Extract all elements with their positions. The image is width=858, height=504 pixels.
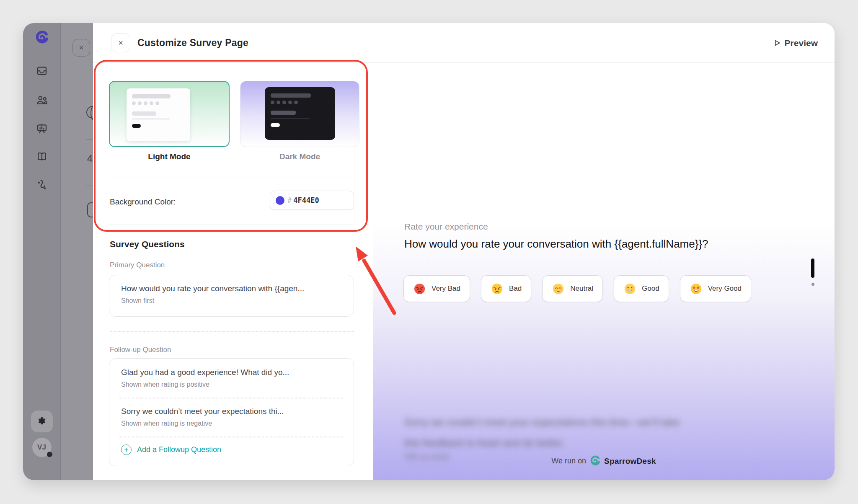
dark-mode-card[interactable] xyxy=(240,81,359,147)
preview-label: Preview xyxy=(785,38,818,48)
add-followup-label: Add a Followup Question xyxy=(137,445,221,454)
knowledge-base-icon[interactable] xyxy=(35,150,49,164)
scroll-indicator[interactable] xyxy=(811,258,814,278)
peek-divider xyxy=(86,140,93,140)
dimmed-page-strip: × 4 xyxy=(61,23,93,480)
reports-icon[interactable] xyxy=(35,121,49,136)
rating-label: Very Bad xyxy=(432,284,460,293)
peek-shape xyxy=(87,202,93,217)
divider xyxy=(109,225,354,225)
modal-header: × Customize Survey Page Preview xyxy=(93,23,835,63)
add-followup-button[interactable]: + Add a Followup Question xyxy=(121,445,221,455)
followup-text: Glad you had a good experience! What did… xyxy=(121,368,345,377)
app-window: VJ × 4 × Customize Survey Page xyxy=(23,23,835,480)
primary-question-text: How would you rate your conversation wit… xyxy=(121,284,345,293)
angry-face-emoji xyxy=(491,282,504,295)
peek-number: 4 xyxy=(87,153,93,165)
customize-survey-modal: × Customize Survey Page Preview xyxy=(93,23,835,480)
rating-label: Neutral xyxy=(570,284,593,293)
rating-very-bad-button[interactable]: Very Bad xyxy=(403,275,470,302)
hex-value: 4F44E0 xyxy=(293,196,319,204)
light-mode-thumbnail xyxy=(127,88,190,141)
plus-icon: + xyxy=(121,445,132,455)
preview-question: How would you rate your conversation wit… xyxy=(404,238,708,251)
dimmed-close-icon: × xyxy=(79,43,83,52)
avatar-initials: VJ xyxy=(37,443,46,452)
followup-question-label: Follow-up Question xyxy=(110,346,171,354)
followup-note: Shown when rating is negative xyxy=(121,420,212,427)
background-color-input[interactable]: # 4F44E0 xyxy=(270,191,354,210)
modal-title: Customize Survey Page xyxy=(137,37,248,49)
peek-divider xyxy=(86,186,93,186)
dashed-divider xyxy=(119,398,344,398)
rating-label: Very Good xyxy=(708,284,742,293)
status-dot xyxy=(47,452,52,457)
gear-icon xyxy=(36,416,48,427)
survey-preview-pane: Rate your experience How would you rate … xyxy=(373,63,835,480)
blurred-followup-text: Sorry we couldn’t meet your expectations… xyxy=(404,412,698,453)
rating-label: Good xyxy=(642,284,659,293)
star-struck-face-emoji xyxy=(690,282,703,295)
rating-buttons-row: Very Bad Bad xyxy=(403,275,751,302)
primary-question-label: Primary Question xyxy=(110,261,165,269)
peek-globe-icon xyxy=(86,106,93,119)
divider xyxy=(109,178,354,178)
rating-label: Bad xyxy=(509,284,522,293)
settings-column: Light Mode Dark Mode Background Color: #… xyxy=(93,63,373,480)
color-swatch[interactable] xyxy=(276,196,284,205)
footer-prefix: We run on xyxy=(551,457,586,465)
preview-button[interactable]: Preview xyxy=(774,23,818,63)
rating-bad-button[interactable]: Bad xyxy=(481,275,531,302)
preview-eyebrow: Rate your experience xyxy=(404,222,488,232)
signature-icon[interactable] xyxy=(35,177,49,191)
screenshot-stage: VJ × 4 × Customize Survey Page xyxy=(0,0,858,504)
enraged-face-emoji xyxy=(413,282,426,295)
footer-brand: SparrowDesk xyxy=(604,457,656,466)
user-avatar[interactable]: VJ xyxy=(32,438,52,457)
primary-question-note: Shown first xyxy=(121,297,154,305)
sidebar: VJ xyxy=(23,23,61,480)
followup-question-card: Glad you had a good experience! What did… xyxy=(109,358,354,466)
rating-neutral-button[interactable]: Neutral xyxy=(542,275,603,302)
hex-hash: # xyxy=(287,196,292,204)
sparrowdesk-logo-icon xyxy=(35,31,49,45)
dark-mode-label: Dark Mode xyxy=(240,152,359,161)
followup-note: Shown when rating is positive xyxy=(121,381,209,388)
branding-footer: We run on SparrowDesk xyxy=(373,455,835,467)
dashed-divider xyxy=(110,331,354,332)
inbox-icon[interactable] xyxy=(35,64,49,78)
modal-close-button[interactable]: × xyxy=(111,33,130,52)
dashed-divider xyxy=(119,437,344,437)
light-mode-card[interactable] xyxy=(109,81,230,147)
background-color-label: Background Color: xyxy=(110,197,176,207)
rating-good-button[interactable]: Good xyxy=(614,275,669,302)
settings-gear-button[interactable] xyxy=(31,411,53,432)
primary-question-card[interactable]: How would you rate your conversation wit… xyxy=(109,275,354,317)
dark-mode-thumbnail xyxy=(265,87,335,140)
close-icon: × xyxy=(118,38,123,48)
dimmed-close-button[interactable]: × xyxy=(72,39,90,57)
grinning-face-emoji xyxy=(623,282,636,295)
rating-very-good-button[interactable]: Very Good xyxy=(680,275,751,302)
contacts-icon[interactable] xyxy=(35,93,49,107)
light-mode-label: Light Mode xyxy=(109,152,230,161)
scroll-dot xyxy=(811,283,814,286)
survey-questions-heading: Survey Questions xyxy=(110,239,185,249)
followup-text: Sorry we couldn’t meet your expectations… xyxy=(121,407,345,416)
play-icon xyxy=(774,39,781,47)
sparrowdesk-logo-icon xyxy=(589,455,601,467)
relieved-face-emoji xyxy=(552,282,565,295)
